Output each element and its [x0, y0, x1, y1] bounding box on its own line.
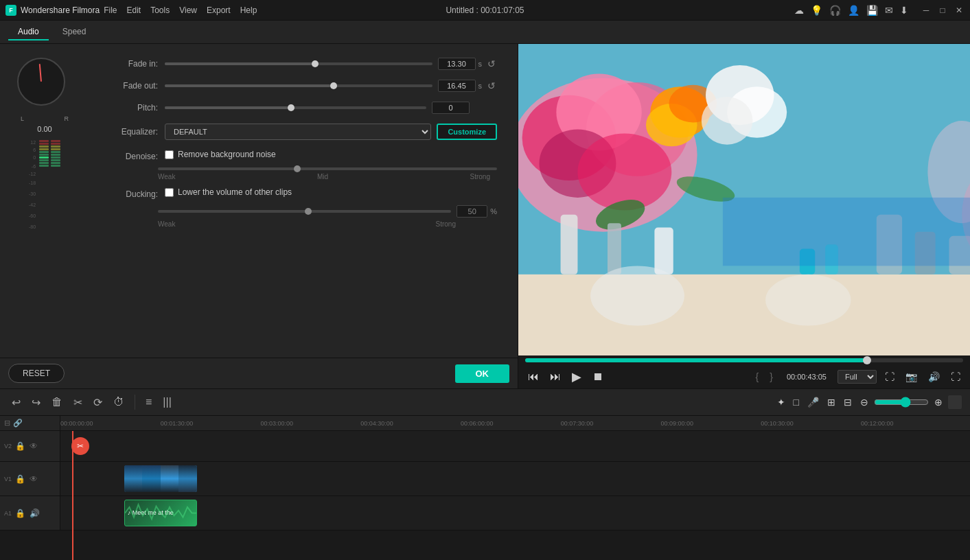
zoom-select[interactable]: Full 50% 25%	[838, 370, 877, 384]
fade-out-reset[interactable]: ↺	[486, 80, 497, 91]
ts-5: 00:07:30:00	[561, 420, 594, 427]
tab-audio[interactable]: Audio	[8, 24, 49, 40]
denoise-checkbox[interactable]	[165, 150, 174, 159]
menu-view[interactable]: View	[179, 5, 197, 15]
track-v1-content[interactable]	[60, 462, 970, 495]
redo-button[interactable]: ↪	[28, 394, 44, 411]
tab-speed[interactable]: Speed	[53, 24, 96, 40]
customize-button[interactable]: Customize	[437, 124, 497, 140]
menu-file[interactable]: File	[104, 5, 117, 15]
transition-icon[interactable]: ⊞	[824, 397, 838, 408]
progress-thumb[interactable]	[863, 356, 871, 364]
denoise-label: Denoise:	[103, 152, 158, 161]
scissors-badge: ✂	[71, 437, 89, 455]
progress-bar[interactable]	[525, 358, 963, 362]
mask-icon[interactable]: □	[791, 397, 802, 408]
menu-edit[interactable]: Edit	[127, 5, 141, 15]
denoise-row: Denoise: Remove background noise	[103, 150, 497, 163]
svg-rect-17	[608, 223, 621, 275]
fit-window-icon[interactable]: ⛶	[882, 371, 897, 382]
cloud-icon[interactable]: ☁	[794, 5, 804, 16]
track-v2-lock[interactable]: 🔒	[14, 441, 26, 452]
ducking-checkbox-label: Lower the volume of other clips	[178, 187, 292, 197]
titlebar-left: F Wondershare Filmora File Edit Tools Vi…	[5, 5, 257, 16]
equalizer-select[interactable]: DEFAULT Classic Low Bass Rock Pop Custom	[165, 124, 431, 140]
download-icon[interactable]: ⬇	[900, 5, 908, 16]
dial[interactable]	[17, 58, 65, 106]
svg-rect-18	[654, 227, 673, 274]
step-back-button[interactable]: ⏭	[547, 369, 564, 384]
timer-button[interactable]: ⏱	[110, 394, 128, 410]
audio-track-button[interactable]: |||	[159, 394, 174, 410]
snap-button[interactable]: ⊟	[4, 419, 10, 428]
mail-icon[interactable]: ✉	[885, 5, 893, 16]
subtitle-icon[interactable]: ⊟	[841, 397, 855, 408]
ducking-checkbox[interactable]	[165, 188, 174, 197]
mic-icon[interactable]: 🎤	[805, 397, 822, 408]
track-v1-eye[interactable]: 👁	[29, 474, 38, 485]
link-button[interactable]: 🔗	[13, 419, 23, 428]
fullscreen-icon[interactable]: ⛶	[948, 371, 963, 382]
effect-icon[interactable]: ✦	[774, 397, 788, 408]
close-button[interactable]: ✕	[954, 5, 965, 16]
delete-button[interactable]: 🗑	[48, 394, 66, 410]
menu-help[interactable]: Help	[240, 5, 257, 15]
menu-export[interactable]: Export	[207, 5, 231, 15]
menu-tools[interactable]: Tools	[150, 5, 170, 15]
pitch-slider[interactable]	[165, 106, 426, 109]
volume-icon[interactable]: 🔊	[925, 371, 943, 382]
track-v1-header: V1 🔒 👁	[0, 462, 60, 495]
ducking-strength-slider[interactable]	[158, 210, 451, 213]
fade-in-slider[interactable]	[165, 62, 432, 65]
zoom-in-icon[interactable]: ⊕	[932, 397, 945, 408]
video-clip-v1[interactable]	[124, 465, 197, 492]
zoom-out-icon[interactable]: ⊖	[857, 397, 871, 408]
snap-indicator	[948, 395, 962, 409]
denoise-strength-slider[interactable]	[158, 167, 497, 170]
player-controls: ⏮ ⏭ ▶ ⏹ { } 00:00:43:05 Full 50% 25% ⛶ 📷…	[525, 366, 963, 387]
vu-meter: L R 0.00 1260 -6-12 -18-30 -42-60 -80	[7, 51, 82, 351]
filter-button[interactable]: ≡	[142, 394, 155, 410]
track-a1-mute[interactable]: 🔊	[29, 508, 41, 519]
fade-in-value[interactable]: 13.30	[438, 58, 476, 70]
dial-value: 0.00	[37, 125, 51, 133]
play-button[interactable]: ▶	[569, 368, 584, 386]
account-icon[interactable]: 👤	[848, 5, 859, 16]
bracket-right[interactable]: }	[767, 371, 776, 382]
track-a1-content[interactable]: ♪ Meet me at the	[60, 496, 970, 530]
loop-button[interactable]: ⟳	[90, 394, 106, 411]
minimize-button[interactable]: ─	[921, 5, 932, 16]
ducking-value[interactable]: 50	[457, 205, 487, 218]
pitch-value[interactable]: 0	[432, 102, 470, 114]
fade-in-reset[interactable]: ↺	[486, 58, 497, 69]
ducking-weak-label: Weak	[158, 220, 175, 228]
screenshot-icon[interactable]: 📷	[903, 371, 920, 382]
save-icon[interactable]: 💾	[866, 5, 878, 16]
headset-icon[interactable]: 🎧	[829, 5, 841, 16]
track-v2-content[interactable]: ✂	[60, 431, 970, 461]
ducking-strong-label: Strong	[436, 220, 456, 228]
maximize-button[interactable]: □	[937, 5, 948, 16]
track-v1-lock[interactable]: 🔒	[14, 474, 26, 485]
ok-button[interactable]: OK	[455, 364, 510, 383]
timeline-zoom-slider[interactable]	[874, 397, 929, 408]
reset-button[interactable]: RESET	[8, 364, 65, 383]
preview-area	[518, 44, 970, 355]
progress-fill	[525, 358, 867, 362]
undo-button[interactable]: ↩	[8, 394, 24, 411]
fade-out-value[interactable]: 16.45	[438, 80, 476, 92]
track-a1-lock[interactable]: 🔒	[14, 508, 26, 519]
track-v2-eye[interactable]: 👁	[29, 441, 38, 452]
denoise-mid-label: Mid	[317, 173, 328, 180]
cut-button[interactable]: ✂	[70, 394, 86, 411]
fade-out-slider[interactable]	[165, 84, 432, 87]
fade-out-row: Fade out: 16.45 s ↺	[103, 80, 497, 92]
previous-frame-button[interactable]: ⏮	[525, 369, 542, 384]
menu-bar: File Edit Tools View Export Help	[104, 5, 257, 15]
bulb-icon[interactable]: 💡	[811, 5, 822, 16]
bracket-left[interactable]: {	[753, 371, 762, 382]
pitch-label: Pitch:	[103, 103, 158, 113]
dial-label-right: R	[65, 115, 69, 122]
stop-button[interactable]: ⏹	[590, 369, 606, 384]
audio-clip-a1[interactable]: ♪ Meet me at the	[124, 500, 197, 526]
